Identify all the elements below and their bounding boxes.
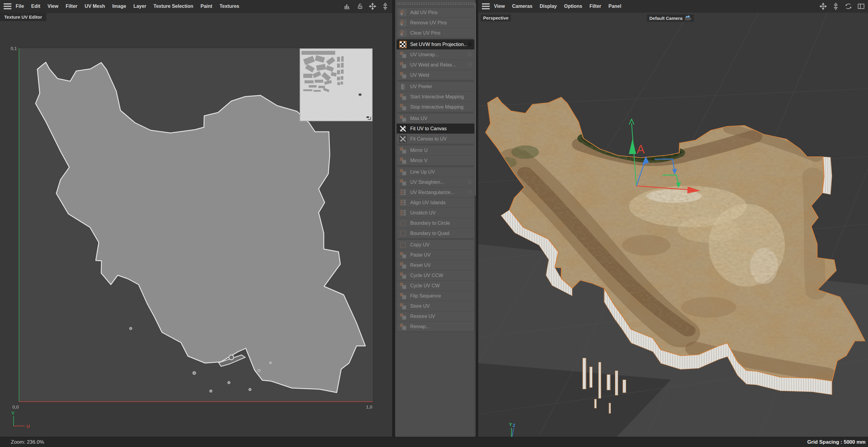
scale-icon[interactable] (381, 2, 389, 10)
cmd-label: Unstitch UV (410, 210, 435, 216)
cmd-copy-uv: Copy UV (397, 240, 474, 250)
uv-editor-panel: FileEditViewFilterUV MeshImageLayerTextu… (0, 0, 392, 437)
uv-commands-panel: Add UV PinsRemove UV PinsClear UV PinsSe… (395, 0, 476, 437)
menu-image[interactable]: Image (112, 4, 126, 9)
cmd-label: Mirror V (410, 158, 427, 163)
menu-panel[interactable]: Panel (609, 4, 621, 9)
cmd-unstitch-uv: Unstitch UV (397, 208, 474, 218)
cmd-paste-uv: Paste UV (397, 250, 474, 260)
cmd-label: UV Peeler (410, 84, 432, 89)
cmd-fit-canvas-to-uv: Fit Canvas to UV (397, 134, 474, 144)
cmd-uv-weld-and-relax: UV Weld and Relax...⚙ (397, 60, 474, 70)
uv-editor-menubar: FileEditViewFilterUV MeshImageLayerTextu… (0, 0, 392, 13)
histogram-icon[interactable] (343, 2, 351, 10)
viewport-menu: ViewCamerasDisplayOptionsFilterPanel (494, 4, 621, 9)
cmd-store-uv: Store UV (397, 301, 474, 311)
zoom-status: Zoom: 236.0% (11, 439, 44, 445)
menu-filter[interactable]: Filter (589, 4, 601, 9)
cmd-fit-uv-to-canvas[interactable]: Fit UV to Canvas (397, 123, 474, 134)
cmd-label: Set UVW from Projection... (410, 42, 467, 47)
panel-layout-icon[interactable] (857, 2, 865, 10)
scrollbar[interactable] (475, 0, 476, 437)
scale-icon[interactable] (832, 2, 840, 10)
menu-paint[interactable]: Paint (200, 4, 212, 9)
store-uv-icon (399, 303, 407, 310)
hamburger-menu-icon[interactable] (482, 3, 490, 9)
axis-annotation: A (637, 143, 645, 156)
cmd-reset-uv: Reset UV (397, 260, 474, 270)
menu-texture-selection[interactable]: Texture Selection (154, 4, 193, 9)
uv-command-group: Line Up UVUV Straighten...⚙UV Rectangula… (397, 167, 474, 238)
add-uv-pins-icon (399, 9, 407, 16)
cmd-label: Fit UV to Canvas (410, 126, 447, 132)
cmd-uv-straighten: UV Straighten...⚙ (397, 177, 474, 187)
cmd-label: Flip Sequence (410, 293, 441, 299)
cmd-label: UV Unwrap... (410, 52, 439, 58)
cmd-restore-uv: Restore UV (397, 311, 474, 321)
menu-view[interactable]: View (48, 4, 58, 9)
menu-edit[interactable]: Edit (31, 4, 40, 9)
3d-viewport[interactable]: A Y Z X Perspective (478, 13, 868, 437)
editor-tab-label[interactable]: Texture UV Editor (0, 13, 46, 21)
cmd-set-uvw-from-projection[interactable]: Set UVW from Projection...⚙ (397, 39, 474, 49)
menu-layer[interactable]: Layer (133, 4, 146, 9)
cmd-label: Paste UV (410, 252, 431, 258)
cmd-label: Start Interactive Mapping (410, 94, 464, 100)
cmd-align-uv-islands: Align UV Islands (397, 197, 474, 208)
menu-cameras[interactable]: Cameras (512, 4, 532, 9)
paste-uv-icon (399, 251, 407, 259)
move-icon[interactable] (369, 2, 376, 10)
start-interactive-mapping-icon (399, 93, 407, 100)
cmd-label: Mirror U (410, 148, 428, 153)
texture-preview-thumbnail (300, 48, 373, 121)
cmd-max-uv: Max UV (397, 113, 474, 123)
menu-uv-mesh[interactable]: UV Mesh (85, 4, 105, 9)
gear-icon: ⚙ (467, 52, 472, 58)
status-bar: Zoom: 236.0% Grid Spacing : 5000 mm (0, 437, 868, 447)
splitter-right[interactable] (476, 0, 478, 437)
cmd-remove-uv-pins: Remove UV Pins (397, 18, 474, 28)
uv-canvas[interactable] (19, 48, 373, 402)
palette-grip-handle[interactable] (397, 2, 474, 5)
uv-editor-toolbar (343, 2, 392, 10)
uv-editor-menu: FileEditViewFilterUV MeshImageLayerTextu… (16, 4, 239, 9)
gear-icon: ⚙ (467, 190, 472, 195)
cmd-label: Clear UV Pins (410, 30, 440, 36)
cmd-uv-peeler: UV Peeler (397, 81, 474, 92)
menu-file[interactable]: File (16, 4, 24, 9)
menu-options[interactable]: Options (564, 4, 582, 9)
axis-u-label: U (27, 423, 30, 428)
uv-command-group: Max UVFit UV to CanvasFit Canvas to UV (397, 113, 474, 144)
splitter-left[interactable] (392, 0, 395, 437)
flip-sequence-icon (399, 293, 407, 300)
cmd-label: UV Rectangularize... (410, 190, 455, 195)
cmd-label: Boundary to Circle (410, 220, 450, 226)
restore-uv-icon (399, 313, 407, 320)
application-window: FileEditViewFilterUV MeshImageLayerTextu… (0, 0, 868, 447)
hamburger-menu-icon[interactable] (4, 3, 11, 9)
move-icon[interactable] (819, 2, 827, 10)
lock-icon[interactable] (356, 2, 364, 10)
3d-scene: A Y Z X (478, 13, 868, 437)
cmd-flip-sequence: Flip Sequence (397, 290, 474, 301)
cmd-uv-weld: UV Weld (397, 70, 474, 80)
uv-command-group: UV PeelerStart Interactive MappingStop I… (397, 81, 474, 112)
clear-uv-pins-icon (399, 30, 407, 37)
cmd-mirror-v: Mirror V (397, 155, 474, 166)
cmd-label: Stop Interactive Mapping (410, 104, 464, 110)
menu-display[interactable]: Display (540, 4, 557, 9)
cmd-label: UV Straighten... (410, 180, 444, 185)
viewport-toolbar (819, 2, 868, 10)
fit-uv-to-canvas-icon (399, 125, 407, 132)
menu-view[interactable]: View (494, 4, 505, 9)
remap-icon (399, 323, 407, 330)
cmd-line-up-uv: Line Up UV (397, 167, 474, 177)
cmd-label: UV Weld (410, 72, 429, 78)
uv-command-group: Set UVW from Projection...⚙UV Unwrap...⚙… (397, 39, 474, 80)
cmd-label: Add UV Pins (410, 10, 438, 15)
gear-icon[interactable]: ⚙ (467, 41, 472, 47)
rotate-icon[interactable] (844, 2, 852, 10)
menu-textures[interactable]: Textures (220, 4, 240, 9)
menu-filter[interactable]: Filter (66, 4, 78, 9)
uv-weld-and-relax-icon (399, 61, 407, 69)
